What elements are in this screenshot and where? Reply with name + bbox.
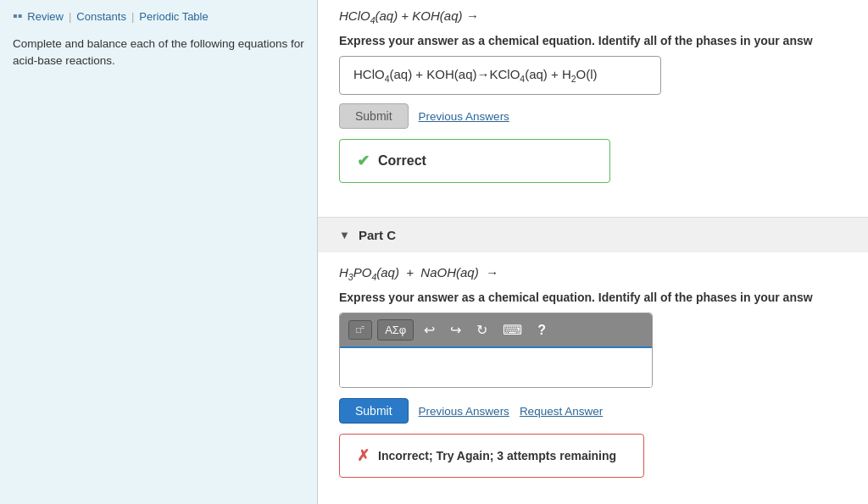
- sidebar-description: Complete and balance each of the followi…: [13, 36, 304, 70]
- part-b-answer-display: HClO4(aq) + KOH(aq)→KClO4(aq) + H2O(l): [339, 56, 661, 95]
- part-c-previous-answers-link[interactable]: Previous Answers: [419, 405, 509, 418]
- part-c-incorrect-badge: ✗ Incorrect; Try Again; 3 attempts remai…: [339, 434, 644, 478]
- part-b-submit-row: Submit Previous Answers: [339, 103, 847, 129]
- part-c-header: ▼ Part C: [318, 217, 868, 252]
- collapse-arrow-icon[interactable]: ▼: [339, 229, 350, 241]
- constants-link[interactable]: Constants: [76, 10, 126, 23]
- template-icon: □=: [356, 324, 364, 335]
- main-content: HClO4(aq) + KOH(aq) → Express your answe…: [318, 0, 868, 504]
- undo-button[interactable]: ↩: [419, 318, 440, 341]
- part-c-instruction: Express your answer as a chemical equati…: [339, 291, 847, 304]
- part-b-equation-header: HClO4(aq) + KOH(aq) →: [339, 8, 847, 25]
- incorrect-text: Incorrect; Try Again; 3 attempts remaini…: [378, 449, 616, 462]
- part-c-submit-row: Submit Previous Answers Request Answer: [339, 398, 847, 424]
- sidebar-navigation: ▪▪ Review | Constants | Periodic Table: [13, 8, 304, 24]
- part-c-input-wrapper: □= ΑΣφ ↩ ↪ ↻ ⌨ ?: [339, 313, 653, 388]
- check-icon: ✔: [357, 152, 370, 170]
- part-b-section: HClO4(aq) + KOH(aq) → Express your answe…: [318, 0, 868, 217]
- part-b-correct-badge: ✔ Correct: [339, 139, 610, 183]
- x-icon: ✗: [357, 446, 370, 465]
- part-b-instruction: Express your answer as a chemical equati…: [339, 34, 847, 47]
- divider-1: |: [69, 10, 71, 23]
- part-c-toolbar: □= ΑΣφ ↩ ↪ ↻ ⌨ ?: [340, 313, 652, 346]
- part-c-request-answer-link[interactable]: Request Answer: [520, 405, 603, 418]
- reset-button[interactable]: ↻: [471, 318, 492, 341]
- part-c-label: Part C: [359, 228, 396, 242]
- keyboard-button[interactable]: ⌨: [498, 318, 527, 341]
- part-c-content: H3PO4(aq) + NaOH(aq) → Express your answ…: [318, 252, 868, 495]
- part-c-equation: H3PO4(aq) + NaOH(aq) →: [339, 265, 847, 282]
- redo-button[interactable]: ↪: [445, 318, 466, 341]
- periodic-table-link[interactable]: Periodic Table: [139, 10, 208, 23]
- part-c-answer-input[interactable]: [340, 346, 652, 387]
- divider-2: |: [131, 10, 134, 23]
- correct-text: Correct: [378, 153, 426, 169]
- template-button[interactable]: □=: [348, 320, 372, 339]
- symbol-button[interactable]: ΑΣφ: [377, 319, 414, 341]
- review-link[interactable]: Review: [27, 10, 64, 23]
- sidebar: ▪▪ Review | Constants | Periodic Table C…: [0, 0, 318, 504]
- help-button[interactable]: ?: [532, 319, 551, 341]
- part-c-submit-button[interactable]: Submit: [339, 398, 409, 424]
- bookmark-icon: ▪▪: [13, 8, 22, 24]
- part-b-submit-button[interactable]: Submit: [339, 103, 409, 129]
- part-b-previous-answers-link[interactable]: Previous Answers: [419, 110, 509, 123]
